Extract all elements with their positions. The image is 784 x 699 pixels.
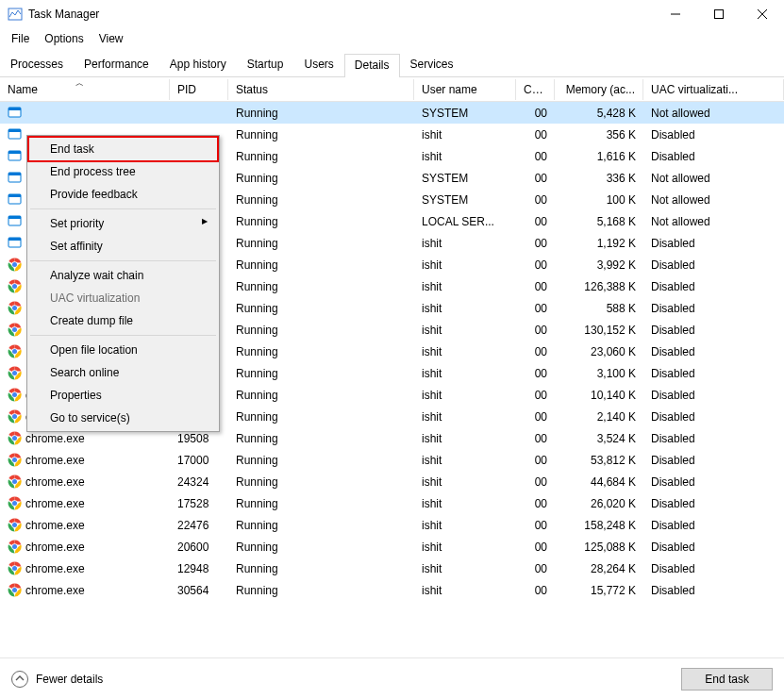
process-cpu: 00 [516, 408, 555, 425]
menu-options[interactable]: Options [37, 30, 91, 47]
end-task-button[interactable]: End task [681, 668, 773, 691]
col-status[interactable]: Status [228, 79, 414, 100]
context-provide-feedback[interactable]: Provide feedback [29, 183, 217, 206]
col-name[interactable]: Name ︿ [0, 79, 170, 100]
table-row[interactable]: chrome.exe24324Runningishit0044,684 KDis… [0, 471, 784, 492]
process-cpu: 00 [516, 278, 555, 295]
svg-point-66 [12, 588, 17, 592]
col-user[interactable]: User name [414, 79, 516, 100]
process-name: chrome.exe [25, 584, 85, 597]
process-user: ishit [414, 257, 516, 274]
process-name: chrome.exe [25, 497, 85, 510]
table-row[interactable]: chrome.exe30564Runningishit0015,772 KDis… [0, 579, 784, 601]
process-user: ishit [414, 387, 516, 404]
table-row[interactable]: chrome.exe12948Runningishit0028,264 KDis… [0, 558, 784, 579]
svg-rect-18 [8, 238, 21, 241]
process-cpu: 00 [516, 300, 555, 317]
process-memory: 53,812 K [555, 452, 643, 469]
process-status: Running [228, 191, 414, 208]
process-cpu: 00 [516, 235, 555, 252]
chrome-icon [8, 388, 22, 402]
table-row[interactable]: chrome.exe17528Runningishit0026,020 KDis… [0, 492, 784, 514]
context-end-process-tree[interactable]: End process tree [29, 160, 217, 183]
process-status: Running [228, 495, 414, 512]
tab-details[interactable]: Details [344, 54, 400, 77]
context-properties[interactable]: Properties [29, 384, 217, 407]
process-pid: 19508 [170, 430, 228, 447]
process-memory: 588 K [555, 300, 643, 317]
process-pid: 17000 [170, 452, 228, 469]
process-status: Running [228, 213, 414, 230]
col-pid[interactable]: PID [170, 79, 228, 100]
process-memory: 3,100 K [555, 365, 643, 382]
tab-processes[interactable]: Processes [0, 53, 74, 76]
tab-services[interactable]: Services [400, 53, 464, 76]
tab-startup[interactable]: Startup [237, 53, 294, 76]
app-window-icon [8, 236, 22, 250]
process-memory: 28,264 K [555, 560, 643, 577]
svg-point-39 [12, 392, 17, 397]
process-user: ishit [414, 365, 516, 382]
process-user: ishit [414, 452, 516, 469]
fewer-details-label: Fewer details [36, 673, 103, 686]
chrome-icon [8, 453, 22, 467]
context-analyze-wait-chain[interactable]: Analyze wait chain [29, 264, 217, 287]
table-row[interactable]: chrome.exe22476Runningishit00158,248 KDi… [0, 514, 784, 536]
maximize-button[interactable] [697, 0, 741, 28]
process-uac: Not allowed [643, 105, 784, 122]
process-pid: 12948 [170, 560, 228, 577]
tab-users[interactable]: Users [293, 53, 343, 76]
tab-app-history[interactable]: App history [159, 53, 237, 76]
process-memory: 44,684 K [555, 474, 643, 491]
menu-view[interactable]: View [92, 30, 131, 47]
process-status: Running [228, 582, 414, 599]
context-open-file-location[interactable]: Open file location [29, 339, 217, 361]
chrome-icon [8, 561, 22, 575]
table-row[interactable]: RunningSYSTEM005,428 KNot allowed [0, 102, 784, 124]
process-memory: 130,152 K [555, 322, 643, 339]
process-status: Running [228, 452, 414, 469]
process-memory: 3,524 K [555, 430, 643, 447]
menu-file[interactable]: File [4, 30, 37, 47]
context-create-dump-file[interactable]: Create dump file [29, 309, 217, 332]
app-window-icon [8, 214, 22, 228]
col-memory[interactable]: Memory (ac... [555, 79, 643, 100]
process-cpu: 00 [516, 213, 555, 230]
col-cpu[interactable]: CPU [516, 79, 555, 100]
process-memory: 3,992 K [555, 257, 643, 274]
process-user: SYSTEM [414, 105, 516, 122]
table-row[interactable]: chrome.exe17000Runningishit0053,812 KDis… [0, 449, 784, 471]
context-search-online[interactable]: Search online [29, 361, 217, 384]
process-pid: 17528 [170, 495, 228, 512]
process-user: ishit [414, 235, 516, 252]
app-window-icon [8, 171, 22, 185]
fewer-details-toggle[interactable]: Fewer details [11, 671, 103, 688]
process-status: Running [228, 387, 414, 404]
process-status: Running [228, 517, 414, 534]
tab-performance[interactable]: Performance [74, 53, 159, 76]
process-cpu: 00 [516, 582, 555, 599]
context-set-affinity[interactable]: Set affinity [29, 235, 217, 258]
process-user: ishit [414, 495, 516, 512]
table-row[interactable]: chrome.exe20600Runningishit00125,088 KDi… [0, 536, 784, 558]
process-memory: 100 K [555, 191, 643, 208]
minimize-button[interactable] [654, 0, 697, 28]
context-go-to-service-s-[interactable]: Go to service(s) [29, 407, 217, 429]
process-uac: Disabled [643, 300, 784, 317]
context-set-priority[interactable]: Set priority▶ [29, 212, 217, 235]
col-uac[interactable]: UAC virtualizati... [643, 79, 784, 100]
process-user: LOCAL SER... [414, 213, 516, 230]
process-name: chrome.exe [25, 519, 85, 532]
context-end-task[interactable]: End task [27, 136, 219, 162]
sort-arrow-icon: ︿ [75, 79, 84, 90]
process-cpu: 00 [516, 257, 555, 274]
process-memory: 15,772 K [555, 582, 643, 599]
process-status: Running [228, 408, 414, 425]
chrome-icon [8, 366, 22, 380]
app-window-icon [8, 192, 22, 207]
context-separator [30, 260, 216, 261]
close-button[interactable] [741, 0, 784, 28]
process-uac: Disabled [643, 517, 784, 534]
menubar: File Options View [0, 28, 784, 49]
titlebar: Task Manager [0, 0, 784, 28]
